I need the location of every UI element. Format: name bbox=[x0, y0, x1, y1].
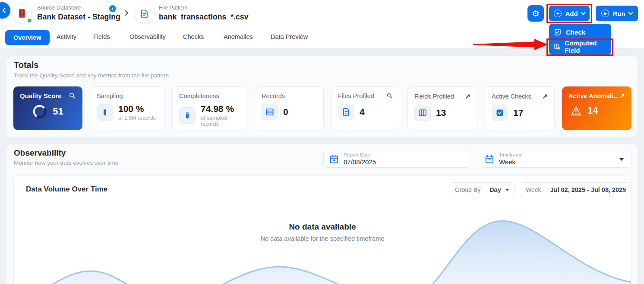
source-datastore-name: Bank Dataset - Staging bbox=[37, 13, 120, 22]
sampling-title: Sampling bbox=[97, 93, 123, 99]
status-dot bbox=[27, 18, 32, 23]
tab-data-preview[interactable]: Data Preview bbox=[271, 33, 308, 40]
menu-item-label: Computed Field bbox=[565, 39, 606, 54]
timeframe-value: Week bbox=[499, 158, 523, 166]
date-range-control[interactable]: Week Jul 02, 2025 - Jul 08, 2025 bbox=[520, 182, 631, 197]
data-volume-chart-card: Data Volume Over Time Group By Day Week … bbox=[13, 175, 631, 284]
totals-subtitle: Track the Quality Score and key metrics … bbox=[14, 72, 169, 79]
search-icon[interactable] bbox=[69, 92, 76, 99]
tab-observability[interactable]: Observability bbox=[129, 33, 166, 40]
file-icon bbox=[140, 9, 149, 19]
datastore-avatar bbox=[12, 3, 32, 23]
quality-score-title: Quality Score bbox=[20, 92, 62, 99]
external-arrow-icon[interactable]: ↗ bbox=[619, 92, 625, 100]
add-button[interactable]: + Add bbox=[549, 6, 590, 21]
totals-section: Totals Track the Quality Score and key m… bbox=[6, 55, 638, 137]
settings-button[interactable]: ⚙ bbox=[527, 5, 544, 22]
computed-field-icon bbox=[554, 43, 560, 51]
quality-score-value: 51 bbox=[53, 106, 63, 117]
breadcrumb-source[interactable]: Source Datastore Bank Dataset - Staging bbox=[37, 4, 120, 22]
rows-icon bbox=[262, 104, 278, 120]
check-note-icon bbox=[554, 29, 562, 36]
observability-section: Observability Monitor how your data evol… bbox=[6, 144, 638, 284]
file-pattern-name: bank_transactions_*.csv bbox=[159, 13, 249, 22]
info-icon[interactable]: i bbox=[109, 5, 116, 12]
active-checks-value: 17 bbox=[513, 108, 523, 118]
menu-item-computed-field[interactable]: Computed Field bbox=[549, 39, 611, 54]
run-button[interactable]: ▶ Run bbox=[596, 6, 638, 21]
observability-subtitle: Monitor how your data evolves over time bbox=[14, 160, 118, 166]
files-profiled-title: Files Profiled bbox=[338, 93, 374, 99]
calendar-icon bbox=[329, 154, 339, 164]
tab-activity[interactable]: Activity bbox=[57, 33, 76, 40]
completeness-bar-icon bbox=[179, 107, 196, 124]
fields-profiled-card: Fields Profiled ↗ 13 bbox=[407, 86, 477, 130]
file-doc-icon bbox=[338, 104, 354, 120]
file-pattern-avatar bbox=[135, 4, 155, 24]
fields-profiled-value: 13 bbox=[436, 108, 446, 118]
active-anomalies-value: 14 bbox=[587, 105, 598, 116]
caret-down-icon bbox=[505, 189, 509, 191]
source-datastore-label: Source Datastore bbox=[37, 4, 120, 11]
back-button[interactable] bbox=[0, 2, 10, 19]
active-checks-title: Active Checks bbox=[492, 93, 531, 100]
active-checks-card: Active Checks ↗ 17 bbox=[485, 86, 555, 130]
range-dates-value: Jul 02, 2025 - Jul 08, 2025 bbox=[550, 186, 626, 193]
tab-anomalies[interactable]: Anomalies bbox=[224, 33, 253, 40]
timeframe-select[interactable]: Timeframe Week bbox=[479, 150, 631, 168]
records-title: Records bbox=[262, 93, 285, 99]
files-profiled-value: 4 bbox=[360, 107, 365, 117]
placeholder-wave-graphic bbox=[13, 218, 631, 284]
divider bbox=[546, 185, 546, 194]
chart-title: Data Volume Over Time bbox=[26, 185, 107, 194]
report-date-label: Report Date bbox=[344, 152, 376, 157]
play-circle-icon: ▶ bbox=[601, 10, 609, 17]
gear-icon: ⚙ bbox=[532, 8, 540, 19]
observability-title: Observability bbox=[14, 148, 66, 158]
records-card: Records 0 bbox=[255, 86, 324, 130]
sampling-bar-icon bbox=[97, 104, 113, 121]
chevron-down-icon bbox=[628, 10, 633, 15]
datastore-icon bbox=[16, 8, 28, 19]
menu-item-check[interactable]: Check bbox=[549, 25, 611, 39]
records-value: 0 bbox=[283, 107, 288, 117]
breadcrumb-file-pattern[interactable]: File Pattern bank_transactions_*.csv bbox=[159, 4, 249, 22]
add-dropdown-menu: Check Computed Field bbox=[549, 24, 611, 55]
completeness-value: 74.98 % bbox=[201, 104, 240, 114]
completeness-card: Completeness 74.98 % of sampled records bbox=[172, 86, 247, 130]
external-arrow-icon[interactable]: ↗ bbox=[465, 93, 470, 100]
search-icon[interactable] bbox=[386, 93, 393, 99]
top-bar: Source Datastore Bank Dataset - Staging … bbox=[0, 0, 644, 49]
tab-overview[interactable]: Overview bbox=[5, 30, 50, 45]
report-date-value: 07/08/2025 bbox=[344, 158, 376, 166]
tab-fields[interactable]: Fields bbox=[93, 33, 110, 40]
metric-cards-row: Quality Score 51 Sampling 100 % of 1.5M bbox=[13, 86, 631, 130]
active-anomalies-card[interactable]: Active Anomali... ↗ 14 bbox=[562, 86, 631, 130]
plus-circle-icon: + bbox=[554, 10, 562, 17]
quality-score-card[interactable]: Quality Score 51 bbox=[13, 86, 82, 130]
divider bbox=[485, 185, 485, 194]
group-by-select[interactable]: Group By Day bbox=[449, 182, 515, 197]
fields-profiled-title: Fields Profiled bbox=[414, 93, 454, 100]
chevron-down-icon bbox=[581, 10, 585, 15]
sampling-subtext: of 1.5M records bbox=[118, 115, 156, 121]
columns-icon bbox=[414, 105, 431, 121]
totals-title: Totals bbox=[14, 60, 38, 70]
sampling-card: Sampling 100 % of 1.5M records bbox=[90, 86, 165, 130]
range-period-label: Week bbox=[526, 186, 541, 193]
calendar-icon bbox=[485, 154, 494, 164]
check-square-icon bbox=[492, 105, 508, 121]
report-date-picker[interactable]: Report Date 07/08/2025 bbox=[323, 150, 470, 168]
run-button-label: Run bbox=[612, 10, 625, 17]
warning-triangle-icon bbox=[571, 106, 581, 116]
external-arrow-icon[interactable]: ↗ bbox=[542, 93, 548, 100]
active-anomalies-title: Active Anomali... bbox=[568, 93, 619, 99]
chevron-right-icon bbox=[123, 9, 130, 17]
group-by-label: Group By bbox=[455, 186, 480, 193]
files-profiled-card: Files Profiled 4 bbox=[331, 86, 400, 130]
tab-checks[interactable]: Checks bbox=[183, 33, 204, 40]
gauge-ring-icon bbox=[32, 104, 47, 119]
completeness-title: Completeness bbox=[179, 93, 219, 99]
add-button-label: Add bbox=[565, 10, 578, 17]
file-pattern-label: File Pattern bbox=[159, 4, 249, 11]
